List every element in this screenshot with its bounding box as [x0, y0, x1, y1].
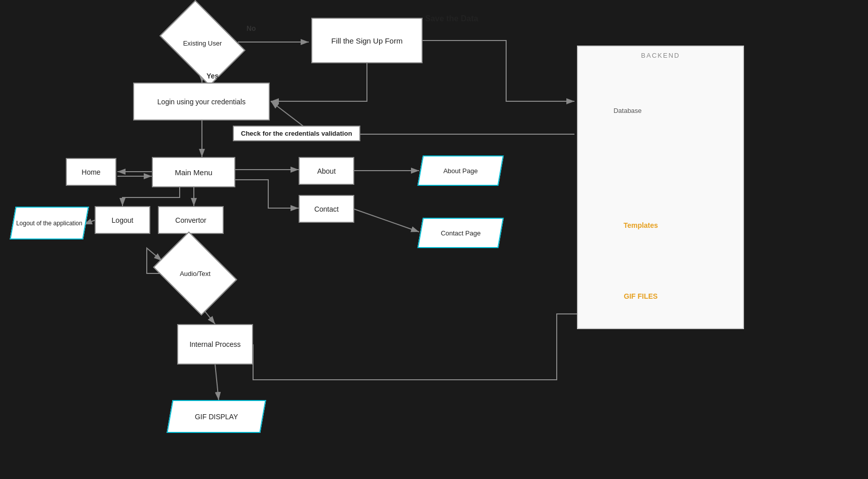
contact-node: Contact: [299, 195, 354, 223]
templates-label: Templates: [610, 210, 671, 241]
existing-user-node: Existing User: [167, 18, 238, 68]
about-page-node: About Page: [418, 155, 504, 186]
contact-page-node: Contact Page: [418, 218, 504, 248]
save-data-label: Save the Data: [425, 14, 478, 23]
backend-title: BACKEND: [578, 52, 743, 59]
svg-line-13: [215, 365, 219, 400]
home-node: Home: [66, 158, 116, 186]
logout-node: Logout: [95, 206, 150, 234]
convertor-node: Convertor: [158, 206, 224, 234]
gif-display-node: GIF DISPLAY: [167, 400, 266, 433]
database-label: Database: [605, 103, 650, 118]
main-menu-node: Main Menu: [152, 157, 235, 187]
about-node: About: [299, 157, 354, 185]
audio-text-label: Audio/Text: [180, 270, 211, 277]
fill-signup-node: Fill the Sign Up Form: [311, 18, 423, 63]
audio-text-node: Audio/Text: [161, 248, 229, 299]
internal-process-node: Internal Process: [177, 324, 253, 365]
yes-label: Yes: [206, 72, 219, 80]
gif-files-label: GIF FILES: [610, 281, 671, 311]
existing-user-label: Existing User: [183, 39, 222, 47]
logout-app-node: Logout of the application: [10, 207, 89, 239]
credentials-check-label: Check for the credentials validation: [233, 126, 360, 141]
flowchart-diagram: BACKEND Database Templates GIF FILES Exi…: [0, 0, 868, 479]
no-label: No: [246, 24, 256, 32]
svg-line-9: [354, 209, 419, 232]
login-node: Login using your credentials: [133, 83, 270, 121]
